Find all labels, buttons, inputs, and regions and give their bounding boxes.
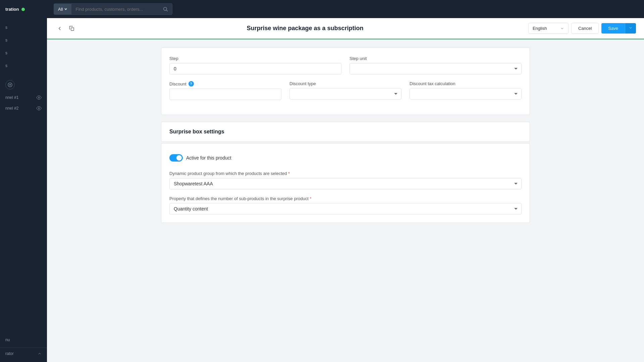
svg-point-3 xyxy=(38,97,40,98)
discount-tax-label: Discount tax calculation xyxy=(410,81,522,86)
page-header: Surprise wine package as a subscription … xyxy=(47,18,644,40)
dynamic-group-select[interactable]: Shopwaretest AAA xyxy=(169,178,522,189)
discount-tax-group: Discount tax calculation xyxy=(410,81,522,100)
duplicate-button[interactable] xyxy=(67,24,76,33)
search-filter-bar[interactable]: All xyxy=(54,3,172,15)
sidebar-admin[interactable]: rator xyxy=(0,348,47,359)
main-content: Step Step unit xyxy=(47,40,644,231)
property-select[interactable]: Quantity content xyxy=(169,203,522,215)
surprise-box-section-title: Surprise box settings xyxy=(169,129,522,135)
search-all-label: All xyxy=(58,7,63,12)
discount-type-group: Discount type xyxy=(289,81,401,100)
save-dropdown-button[interactable] xyxy=(625,23,636,34)
chevron-up-icon xyxy=(38,352,42,356)
step-unit-label: Step unit xyxy=(350,56,522,61)
eye-icon-1 xyxy=(36,95,42,100)
discount-group: Discount ? xyxy=(169,81,281,100)
discount-label: Discount xyxy=(169,81,186,86)
topbar: All xyxy=(47,0,644,18)
page-header-actions: English Cancel Save xyxy=(528,23,636,34)
surprise-box-section-title-bar: Surprise box settings xyxy=(161,122,530,142)
page-header-nav xyxy=(55,24,76,33)
svg-point-4 xyxy=(38,108,40,109)
sidebar-item-1[interactable]: s xyxy=(0,21,47,34)
channel-2-label: nnel #2 xyxy=(5,106,18,111)
sidebar-menu-label: nu xyxy=(5,338,10,342)
search-input[interactable] xyxy=(75,7,160,12)
back-arrow-icon xyxy=(57,25,63,32)
search-icon xyxy=(163,6,168,12)
search-input-wrap[interactable] xyxy=(71,4,172,14)
discount-type-select[interactable] xyxy=(289,88,401,100)
step-row: Step Step unit xyxy=(169,56,522,74)
sidebar-item-3[interactable]: s xyxy=(0,47,47,59)
channel-1-label: nnel #1 xyxy=(5,95,18,100)
step-discount-card-body: Step Step unit xyxy=(161,48,530,115)
discount-type-label: Discount type xyxy=(289,81,401,86)
page-title: Surprise wine package as a subscription xyxy=(82,25,528,32)
svg-rect-7 xyxy=(71,27,74,30)
property-form-group: Property that defines the number of sub-… xyxy=(169,196,522,215)
nav-label-4: s xyxy=(5,63,7,68)
dynamic-group-form-group: Dynamic product group from which the pro… xyxy=(169,171,522,189)
discount-type-select-wrap xyxy=(289,88,401,100)
discount-input[interactable] xyxy=(169,88,281,100)
dynamic-group-label: Dynamic product group from which the pro… xyxy=(169,171,522,176)
step-unit-select-wrap xyxy=(350,63,522,74)
save-button[interactable]: Save xyxy=(601,23,625,34)
save-button-group: Save xyxy=(601,23,636,34)
step-unit-select[interactable] xyxy=(350,63,522,74)
discount-tax-select[interactable] xyxy=(410,88,522,100)
sidebar-item-2[interactable]: s xyxy=(0,34,47,47)
back-button[interactable] xyxy=(55,24,64,33)
active-toggle[interactable] xyxy=(169,154,183,162)
property-select-wrap: Quantity content xyxy=(169,203,522,215)
sidebar-admin-label: rator xyxy=(5,351,14,356)
sidebar-status-dot xyxy=(21,8,25,11)
step-label: Step xyxy=(169,56,341,61)
discount-tax-select-wrap xyxy=(410,88,522,100)
sidebar-nav: s s s s nnel #1 xyxy=(0,18,47,362)
step-input[interactable] xyxy=(169,63,341,74)
step-discount-card: Step Step unit xyxy=(161,48,530,115)
eye-icon-2 xyxy=(36,106,42,111)
discount-row: Discount ? Discount type xyxy=(169,81,522,100)
main-area: All xyxy=(47,0,644,362)
sidebar-menu[interactable]: nu xyxy=(0,335,47,348)
language-select[interactable]: English xyxy=(528,23,569,34)
svg-line-6 xyxy=(166,10,168,11)
dynamic-group-required-star: * xyxy=(288,171,290,176)
add-channel-icon[interactable] xyxy=(5,80,15,89)
nav-label-3: s xyxy=(5,51,7,55)
dynamic-group-select-wrap: Shopwaretest AAA xyxy=(169,178,522,189)
cancel-button[interactable]: Cancel xyxy=(571,23,599,34)
active-toggle-row: Active for this product xyxy=(169,152,522,164)
copy-icon xyxy=(69,25,75,32)
language-label: English xyxy=(533,26,547,31)
sidebar-app-name: tration xyxy=(5,7,19,12)
sidebar-header: tration xyxy=(0,0,47,18)
sidebar-item-4[interactable]: s xyxy=(0,59,47,72)
step-group: Step xyxy=(169,56,341,74)
nav-label-1: s xyxy=(5,25,7,30)
sidebar-channel-2[interactable]: nnel #2 xyxy=(0,103,47,114)
nav-label-2: s xyxy=(5,38,7,43)
language-chevron-icon xyxy=(560,26,564,31)
surprise-box-card: Active for this product Dynamic product … xyxy=(161,143,530,223)
toggle-slider xyxy=(169,154,183,162)
search-filter-all[interactable]: All xyxy=(54,4,71,14)
sidebar: tration s s s s nnel #1 xyxy=(0,0,47,362)
discount-label-row: Discount ? xyxy=(169,81,281,86)
svg-point-5 xyxy=(164,7,167,10)
active-toggle-label: Active for this product xyxy=(186,155,231,161)
sidebar-channel-1[interactable]: nnel #1 xyxy=(0,92,47,103)
content-area: Surprise wine package as a subscription … xyxy=(47,18,644,362)
property-label: Property that defines the number of sub-… xyxy=(169,196,522,201)
save-dropdown-chevron-icon xyxy=(629,26,633,30)
property-required-star: * xyxy=(310,196,311,201)
discount-help-icon[interactable]: ? xyxy=(189,81,194,86)
step-unit-group: Step unit xyxy=(350,56,522,74)
search-filter-chevron xyxy=(64,7,67,11)
